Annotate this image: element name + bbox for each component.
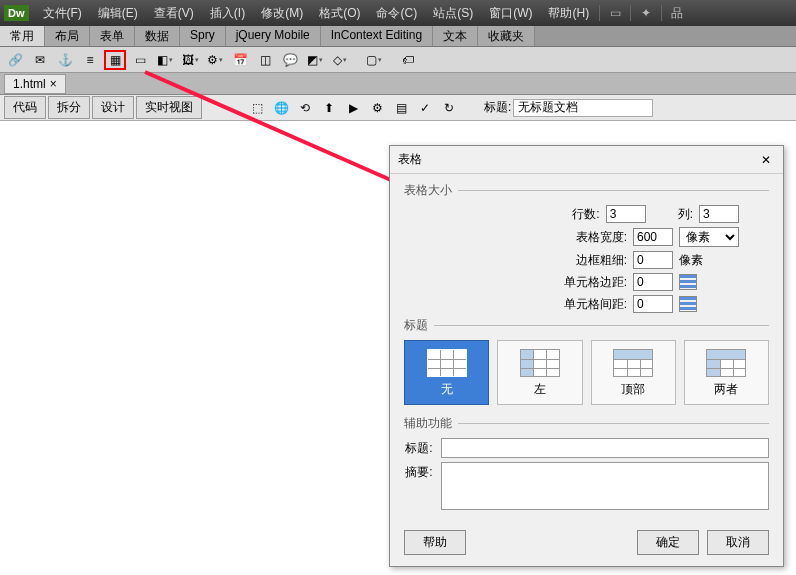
extend-icon[interactable]: ✦ — [638, 5, 654, 21]
view-design[interactable]: 设计 — [92, 96, 134, 119]
div-icon[interactable]: ▭ — [129, 50, 151, 70]
width-label: 表格宽度: — [576, 229, 627, 246]
media-icon[interactable]: ⚙ — [204, 50, 226, 70]
menu-command[interactable]: 命令(C) — [368, 5, 425, 22]
view-live[interactable]: 实时视图 — [136, 96, 202, 119]
cellpad-label: 单元格边距: — [564, 274, 627, 291]
tab-data[interactable]: 数据 — [135, 26, 180, 46]
menu-view[interactable]: 查看(V) — [146, 5, 202, 22]
ruler-icon[interactable]: ▤ — [390, 98, 412, 118]
browser-icon[interactable]: 🌐 — [270, 98, 292, 118]
dialog-titlebar[interactable]: 表格 ✕ — [390, 146, 783, 174]
layout-icon[interactable]: ▭ — [607, 5, 623, 21]
rows-input[interactable] — [606, 205, 646, 223]
file-tab[interactable]: 1.html × — [4, 74, 66, 94]
border-input[interactable] — [633, 251, 673, 269]
upload-icon[interactable]: ⬆ — [318, 98, 340, 118]
menu-site[interactable]: 站点(S) — [425, 5, 481, 22]
tag-icon[interactable]: 🏷 — [397, 50, 419, 70]
table-dialog: 表格 ✕ 表格大小 行数: 列: 表格宽度: 像素 边框粗细: 像素 单元格边距… — [389, 145, 784, 567]
cellspace-label: 单元格间距: — [564, 296, 627, 313]
check-icon[interactable]: ✓ — [414, 98, 436, 118]
help-button[interactable]: 帮助 — [404, 530, 466, 555]
separator — [630, 5, 631, 21]
nav-icon[interactable]: ↻ — [438, 98, 460, 118]
caption-input[interactable] — [441, 438, 769, 458]
refresh-icon[interactable]: ⟲ — [294, 98, 316, 118]
title-input[interactable] — [513, 99, 653, 117]
cellpad-input[interactable] — [633, 273, 673, 291]
tab-layout[interactable]: 布局 — [45, 26, 90, 46]
tab-ice[interactable]: InContext Editing — [321, 26, 433, 46]
cellspace-icon — [679, 296, 697, 312]
menu-insert[interactable]: 插入(I) — [202, 5, 253, 22]
comment-icon[interactable]: 💬 — [279, 50, 301, 70]
ssi-icon[interactable]: ◫ — [254, 50, 276, 70]
close-icon[interactable]: × — [50, 77, 57, 91]
hyperlink-icon[interactable]: 🔗 — [4, 50, 26, 70]
separator — [388, 50, 394, 70]
menubar: Dw 文件(F) 编辑(E) 查看(V) 插入(I) 修改(M) 格式(O) 命… — [0, 0, 796, 26]
options-icon[interactable]: ⚙ — [366, 98, 388, 118]
cellspace-input[interactable] — [633, 295, 673, 313]
live-code-icon[interactable]: ⬚ — [246, 98, 268, 118]
image-icon[interactable]: 🖼 — [179, 50, 201, 70]
width-input[interactable] — [633, 228, 673, 246]
header-left[interactable]: 左 — [497, 340, 582, 405]
view-code[interactable]: 代码 — [4, 96, 46, 119]
section-size-label: 表格大小 — [404, 182, 452, 199]
tab-jquery[interactable]: jQuery Mobile — [226, 26, 321, 46]
widget-icon[interactable]: ◧ — [154, 50, 176, 70]
script-icon[interactable]: ◇ — [329, 50, 351, 70]
app-logo: Dw — [4, 5, 29, 21]
close-icon[interactable]: ✕ — [757, 151, 775, 169]
header-top[interactable]: 顶部 — [591, 340, 676, 405]
insert-tabbar: 常用 布局 表单 数据 Spry jQuery Mobile InContext… — [0, 26, 796, 47]
separator — [354, 50, 360, 70]
menu-edit[interactable]: 编辑(E) — [90, 5, 146, 22]
cancel-button[interactable]: 取消 — [707, 530, 769, 555]
insert-toolbar: 🔗 ✉ ⚓ ≡ ▦ ▭ ◧ 🖼 ⚙ 📅 ◫ 💬 ◩ ◇ ▢ 🏷 — [0, 47, 796, 73]
date-icon[interactable]: 📅 — [229, 50, 251, 70]
file-tabs: 1.html × — [0, 73, 796, 95]
site-icon[interactable]: 品 — [669, 5, 685, 21]
template-icon[interactable]: ▢ — [363, 50, 385, 70]
hr-icon[interactable]: ≡ — [79, 50, 101, 70]
tab-text[interactable]: 文本 — [433, 26, 478, 46]
menu-file[interactable]: 文件(F) — [35, 5, 90, 22]
cols-input[interactable] — [699, 205, 739, 223]
header-none[interactable]: 无 — [404, 340, 489, 405]
menu-help[interactable]: 帮助(H) — [540, 5, 597, 22]
play-icon[interactable]: ▶ — [342, 98, 364, 118]
summary-textarea[interactable] — [441, 462, 769, 510]
tab-spry[interactable]: Spry — [180, 26, 226, 46]
header-both[interactable]: 两者 — [684, 340, 769, 405]
tab-fav[interactable]: 收藏夹 — [478, 26, 535, 46]
cols-label: 列: — [678, 206, 693, 223]
table-icon[interactable]: ▦ — [104, 50, 126, 70]
file-tab-label: 1.html — [13, 77, 46, 91]
border-label: 边框粗细: — [576, 252, 627, 269]
menu-modify[interactable]: 修改(M) — [253, 5, 311, 22]
menu-format[interactable]: 格式(O) — [311, 5, 368, 22]
separator — [661, 5, 662, 21]
width-unit-select[interactable]: 像素 — [679, 227, 739, 247]
title-label: 标题: — [484, 99, 511, 116]
view-split[interactable]: 拆分 — [48, 96, 90, 119]
section-header-label: 标题 — [404, 317, 428, 334]
ok-button[interactable]: 确定 — [637, 530, 699, 555]
head-icon[interactable]: ◩ — [304, 50, 326, 70]
dialog-title: 表格 — [398, 151, 422, 168]
summary-label: 摘要: — [404, 462, 433, 481]
section-acc-label: 辅助功能 — [404, 415, 452, 432]
view-toolbar: 代码 拆分 设计 实时视图 ⬚ 🌐 ⟲ ⬆ ▶ ⚙ ▤ ✓ ↻ 标题: — [0, 95, 796, 121]
border-unit: 像素 — [679, 252, 739, 269]
anchor-icon[interactable]: ⚓ — [54, 50, 76, 70]
email-icon[interactable]: ✉ — [29, 50, 51, 70]
cellpad-icon — [679, 274, 697, 290]
menu-window[interactable]: 窗口(W) — [481, 5, 540, 22]
tab-forms[interactable]: 表单 — [90, 26, 135, 46]
separator — [599, 5, 600, 21]
rows-label: 行数: — [572, 206, 599, 223]
tab-common[interactable]: 常用 — [0, 26, 45, 46]
